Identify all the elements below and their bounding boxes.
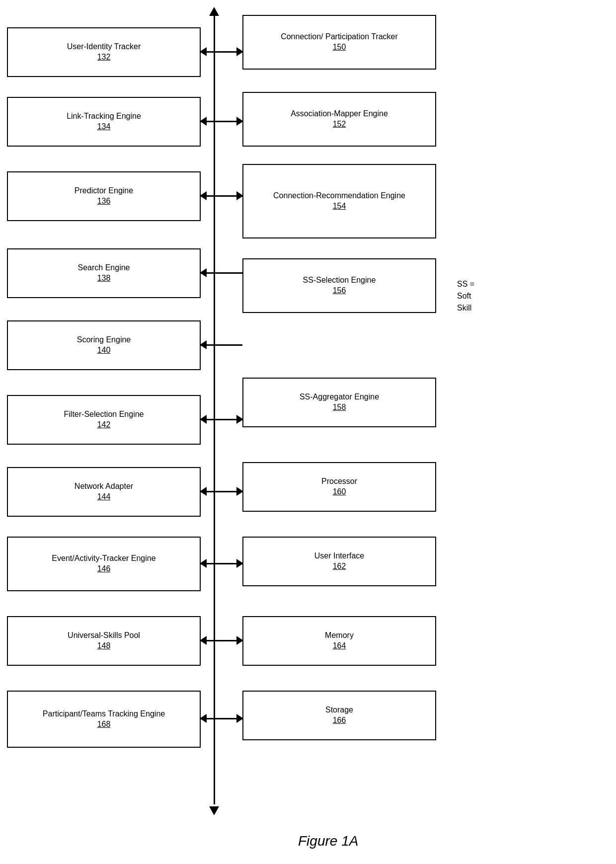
center-vertical-line [214, 10, 215, 804]
box-predictor-engine: Predictor Engine 136 [7, 171, 201, 221]
box-participant-teams-tracking: Participant/Teams Tracking Engine 168 [7, 691, 201, 748]
box-ss-aggregator-engine: SS-Aggregator Engine 158 [242, 378, 436, 427]
arrow-right [236, 191, 243, 200]
ss-label: SS = Soft Skill [457, 278, 474, 314]
box-ss-selection-engine: SS-Selection Engine 156 [242, 258, 436, 313]
arrow-left [200, 714, 207, 723]
box-association-mapper-engine: Association-Mapper Engine 152 [242, 92, 436, 147]
arrow-right [236, 47, 243, 56]
box-label: Participant/Teams Tracking Engine [43, 709, 165, 719]
box-ref: 158 [333, 402, 346, 413]
box-ref: 160 [333, 487, 346, 497]
box-ref: 144 [97, 492, 111, 502]
box-ref: 150 [333, 42, 346, 53]
arrow-left [200, 559, 207, 568]
box-label: Connection-Recommendation Engine [273, 191, 405, 201]
box-ref: 168 [97, 719, 111, 730]
box-universal-skills-pool: Universal-Skills Pool 148 [7, 616, 201, 666]
box-connection-recommendation-engine: Connection-Recommendation Engine 154 [242, 164, 436, 238]
box-label: Filter-Selection Engine [64, 409, 144, 420]
box-ref: 164 [333, 641, 346, 651]
arrow-right [236, 559, 243, 568]
box-label: Event/Activity-Tracker Engine [52, 553, 155, 564]
box-label: Processor [321, 476, 357, 487]
box-ref: 152 [333, 119, 346, 130]
arrow-right [236, 714, 243, 723]
box-ref: 138 [97, 273, 111, 284]
box-connection-participation-tracker: Connection/ Participation Tracker 150 [242, 15, 436, 70]
box-ref: 142 [97, 420, 111, 430]
arrow-left [200, 340, 207, 349]
box-label: Association-Mapper Engine [291, 109, 388, 119]
box-link-tracking-engine: Link-Tracking Engine 134 [7, 97, 201, 147]
box-ref: 140 [97, 345, 111, 356]
arrow-left [200, 487, 207, 496]
box-filter-selection-engine: Filter-Selection Engine 142 [7, 395, 201, 445]
box-label: Storage [325, 705, 353, 715]
box-ref: 148 [97, 641, 111, 651]
box-ref: 132 [97, 52, 111, 63]
box-label: Universal-Skills Pool [68, 630, 140, 641]
box-label: Memory [325, 630, 354, 641]
box-ref: 154 [333, 201, 346, 212]
connector-136-154 [201, 195, 242, 197]
arrow-left [200, 47, 207, 56]
box-ref: 162 [333, 561, 346, 572]
connector-144-160 [201, 491, 242, 492]
box-label: Link-Tracking Engine [67, 111, 141, 122]
arrow-right [236, 487, 243, 496]
box-user-interface: User Interface 162 [242, 537, 436, 586]
box-label: SS-Selection Engine [303, 275, 376, 286]
arrow-left [200, 191, 207, 200]
box-label: Predictor Engine [75, 186, 133, 196]
arrow-left [200, 415, 207, 424]
box-ref: 146 [97, 564, 111, 574]
box-label: Connection/ Participation Tracker [281, 32, 398, 42]
arrow-right [236, 636, 243, 645]
arrow-right [236, 117, 243, 126]
box-scoring-engine: Scoring Engine 140 [7, 320, 201, 370]
box-user-identity-tracker: User-Identity Tracker 132 [7, 27, 201, 77]
box-ref: 136 [97, 196, 111, 207]
connector-146-162 [201, 563, 242, 564]
connector-142-158 [201, 419, 242, 420]
box-label: Network Adapter [75, 481, 133, 492]
box-memory: Memory 164 [242, 616, 436, 666]
arrow-left [200, 117, 207, 126]
figure-label: Figure 1A [298, 833, 358, 849]
diagram: User-Identity Tracker 132 Link-Tracking … [0, 0, 616, 864]
box-event-activity-tracker: Event/Activity-Tracker Engine 146 [7, 537, 201, 591]
box-search-engine: Search Engine 138 [7, 248, 201, 298]
box-label: Scoring Engine [77, 335, 131, 345]
arrow-left [200, 268, 207, 277]
box-storage: Storage 166 [242, 691, 436, 740]
box-network-adapter: Network Adapter 144 [7, 467, 201, 517]
connector-140-156 [201, 344, 242, 346]
connector-132-150 [201, 51, 242, 53]
center-line-bottom-arrow [209, 806, 219, 815]
box-processor: Processor 160 [242, 462, 436, 512]
connector-134-152 [201, 121, 242, 122]
box-ref: 134 [97, 122, 111, 132]
connector-148-164 [201, 640, 242, 641]
connector-138-156 [201, 272, 242, 274]
box-ref: 166 [333, 715, 346, 726]
box-label: User Interface [314, 551, 364, 561]
connector-168-166 [201, 718, 242, 719]
box-ref: 156 [333, 286, 346, 296]
arrow-left [200, 636, 207, 645]
box-label: Search Engine [78, 263, 130, 273]
box-label: SS-Aggregator Engine [300, 392, 379, 402]
box-label: User-Identity Tracker [67, 42, 141, 52]
arrow-right [236, 415, 243, 424]
